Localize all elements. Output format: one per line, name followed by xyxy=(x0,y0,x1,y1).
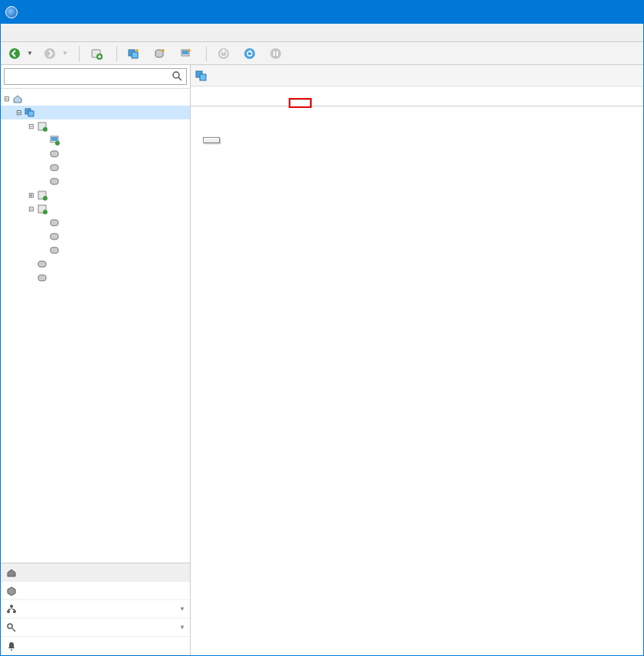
svg-point-0 xyxy=(9,48,20,59)
back-icon xyxy=(8,47,21,60)
server-icon xyxy=(36,204,48,214)
navtab-org[interactable]: ▼ xyxy=(1,600,190,618)
disk-icon xyxy=(48,148,60,159)
svg-point-31 xyxy=(43,210,47,214)
tree-removable-1[interactable] xyxy=(1,175,190,188)
detail-tabs xyxy=(191,86,643,106)
tab-memory[interactable] xyxy=(211,100,230,106)
app-window: ▼ ▼ xyxy=(0,0,644,656)
right-panel xyxy=(191,65,643,655)
navtab-saved[interactable]: ▼ xyxy=(1,618,190,637)
menubar xyxy=(1,24,643,42)
svg-point-40 xyxy=(8,624,12,628)
pool-icon xyxy=(24,107,36,118)
shutdown-button[interactable] xyxy=(213,44,237,64)
vm-icon xyxy=(48,135,60,145)
svg-rect-15 xyxy=(276,51,278,56)
svg-point-16 xyxy=(173,72,179,78)
home-icon xyxy=(5,566,18,579)
new-vm-button[interactable] xyxy=(175,44,200,64)
toolbar-sep-1 xyxy=(79,46,80,61)
svg-rect-19 xyxy=(28,111,34,116)
disk-icon xyxy=(36,259,48,269)
tree-server-1[interactable]: ⊟ xyxy=(1,119,190,133)
new-pool-button[interactable] xyxy=(123,44,148,64)
add-server-icon xyxy=(90,47,103,60)
back-button[interactable]: ▼ xyxy=(4,44,38,64)
search-icon[interactable] xyxy=(172,70,184,83)
org-icon xyxy=(5,603,18,615)
reboot-icon xyxy=(244,47,256,60)
tree-localstorage-1[interactable] xyxy=(1,161,190,175)
svg-rect-5 xyxy=(132,52,138,58)
svg-rect-8 xyxy=(182,51,188,54)
new-storage-button[interactable] xyxy=(149,44,174,64)
svg-rect-44 xyxy=(200,74,206,80)
svg-point-21 xyxy=(43,127,47,132)
left-panel: ⊟ ⊟ ⊟ xyxy=(1,65,191,655)
nav-tree[interactable]: ⊟ ⊟ ⊟ xyxy=(1,89,190,563)
svg-point-13 xyxy=(270,48,281,59)
svg-rect-23 xyxy=(51,137,57,141)
search-input[interactable] xyxy=(4,68,187,85)
tree-server-2[interactable]: ⊞ xyxy=(1,188,190,202)
navtab-notify[interactable] xyxy=(1,637,190,655)
server-icon xyxy=(36,121,48,132)
tree-pool[interactable]: ⊟ xyxy=(1,106,190,119)
tree-iscsi[interactable]: · xyxy=(1,257,190,271)
tab-storage[interactable] xyxy=(230,100,250,106)
disk-icon xyxy=(48,245,60,256)
new-vm-icon xyxy=(180,47,192,60)
svg-point-38 xyxy=(7,610,10,613)
tab-network[interactable] xyxy=(250,100,270,106)
search-saved-icon xyxy=(5,622,18,634)
tree-removable-3[interactable] xyxy=(1,243,190,257)
configure-ha-button[interactable] xyxy=(203,137,220,143)
tree-root[interactable]: ⊟ xyxy=(1,92,190,106)
pause-icon xyxy=(270,47,282,60)
navtab-infra[interactable] xyxy=(1,563,190,582)
suspend-button[interactable] xyxy=(265,44,289,64)
forward-button[interactable]: ▼ xyxy=(39,44,73,64)
tree-vm-centos[interactable] xyxy=(1,133,190,147)
cube-icon xyxy=(5,585,18,597)
home-icon xyxy=(11,93,24,104)
tab-gpu[interactable] xyxy=(270,100,290,106)
svg-rect-14 xyxy=(273,51,275,56)
nav-tabs: ▼ ▼ xyxy=(1,563,190,655)
tree-dvd-1[interactable] xyxy=(1,147,190,161)
svg-point-29 xyxy=(43,196,47,201)
tree-dvd-3[interactable] xyxy=(1,216,190,230)
tree-server-3[interactable]: ⊟ xyxy=(1,202,190,216)
pool-icon xyxy=(195,70,208,82)
app-icon xyxy=(5,6,18,18)
toolbar: ▼ ▼ xyxy=(1,42,643,65)
bell-icon xyxy=(5,640,18,652)
main-body: ⊟ ⊟ ⊟ xyxy=(1,65,643,655)
power-icon xyxy=(217,47,230,60)
add-server-button[interactable] xyxy=(86,44,110,64)
reboot-button[interactable] xyxy=(239,44,263,64)
tab-ha[interactable] xyxy=(290,100,310,106)
search-wrap xyxy=(1,65,190,89)
svg-line-41 xyxy=(12,628,15,632)
disk-icon xyxy=(48,176,60,187)
forward-icon xyxy=(44,47,56,60)
toolbar-sep-2 xyxy=(116,46,117,61)
tab-general[interactable] xyxy=(191,100,211,106)
svg-point-42 xyxy=(11,649,12,651)
tab-user[interactable] xyxy=(310,100,330,106)
new-storage-icon xyxy=(154,47,166,60)
svg-point-1 xyxy=(44,48,55,59)
chevron-down-icon: ▼ xyxy=(179,624,185,631)
content-header xyxy=(191,65,643,86)
disk-icon xyxy=(48,217,60,228)
svg-point-24 xyxy=(55,141,60,145)
svg-line-17 xyxy=(178,77,181,80)
navtab-objects[interactable] xyxy=(1,582,190,600)
tree-smb[interactable]: · xyxy=(1,271,190,285)
svg-point-37 xyxy=(10,605,13,608)
tree-localstorage-3[interactable] xyxy=(1,230,190,243)
tab-search[interactable] xyxy=(330,100,350,106)
titlebar xyxy=(1,1,643,24)
